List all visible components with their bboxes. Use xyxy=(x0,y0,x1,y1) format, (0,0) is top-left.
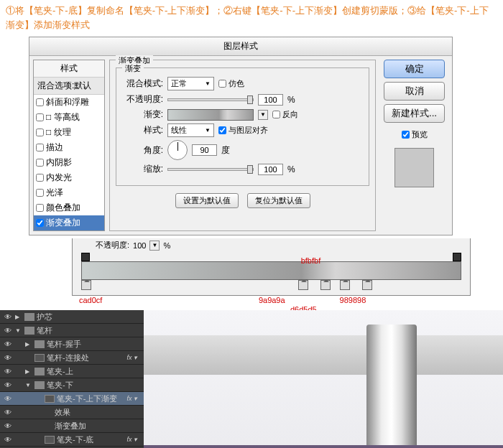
folder-icon xyxy=(24,327,34,335)
layer-row[interactable]: 👁渐变叠加 xyxy=(0,419,144,433)
dialog-buttons: 确定 取消 新建样式... 预览 xyxy=(380,60,448,231)
folder-icon xyxy=(34,381,45,389)
toggle-icon[interactable]: ▶ xyxy=(25,341,32,347)
scale-input[interactable] xyxy=(258,164,283,175)
toggle-icon[interactable]: ▼ xyxy=(25,382,32,388)
layer-row[interactable]: 👁笔杆-连接处fx ▾ xyxy=(0,351,144,365)
style-item[interactable]: 渐变叠加 xyxy=(34,215,104,230)
style-label: 渐变叠加 xyxy=(46,217,80,229)
layer-row[interactable]: 👁▼笔夹-下 xyxy=(0,378,144,392)
visibility-icon[interactable]: 👁 xyxy=(3,395,13,403)
sub-label: 渐变 xyxy=(122,63,144,74)
visibility-icon[interactable]: 👁 xyxy=(3,340,13,348)
pen-clip xyxy=(366,325,417,448)
fx-badge[interactable]: fx ▾ xyxy=(126,395,137,402)
style-checkbox[interactable] xyxy=(36,159,44,167)
layer-row[interactable]: 👁笔夹-下-底fx ▾ xyxy=(0,433,144,447)
scale-slider[interactable] xyxy=(167,168,254,171)
style-label: □ 等高线 xyxy=(46,111,80,123)
style-label: 内发光 xyxy=(46,172,72,184)
visibility-icon[interactable]: 👁 xyxy=(3,368,13,375)
preview-checkbox[interactable] xyxy=(402,131,410,139)
layer-name: 护芯 xyxy=(37,312,52,322)
reset-default-button[interactable]: 复位为默认值 xyxy=(247,193,310,208)
toggle-icon[interactable]: ▼ xyxy=(15,327,22,334)
style-checkbox[interactable] xyxy=(36,144,44,151)
style-label: 描边 xyxy=(46,141,63,154)
blend-mode-select[interactable]: 正常▼ xyxy=(167,77,214,90)
style-checkbox[interactable] xyxy=(36,204,44,212)
style-item[interactable]: 斜面和浮雕 xyxy=(34,95,104,110)
style-label: 斜面和浮雕 xyxy=(46,96,89,108)
style-checkbox[interactable] xyxy=(36,219,44,227)
opacity-input[interactable] xyxy=(258,94,283,106)
pen-shadow xyxy=(144,445,503,448)
layer-row[interactable]: 👁▶护芯 xyxy=(0,310,144,324)
visibility-icon[interactable]: 👁 xyxy=(3,422,13,430)
gradient-dropdown[interactable]: ▼ xyxy=(258,110,268,120)
layer-row[interactable]: 👁▶笔杆-握手 xyxy=(0,337,144,351)
style-checkbox[interactable] xyxy=(36,113,44,121)
fx-badge[interactable]: fx ▾ xyxy=(126,436,137,443)
color-stop[interactable] xyxy=(362,280,372,290)
opacity-dropdown[interactable]: ▼ xyxy=(149,241,160,251)
style-item[interactable]: 颜色叠加 xyxy=(34,200,104,215)
style-checkbox[interactable] xyxy=(36,129,44,136)
layer-name: 笔杆-握手 xyxy=(47,339,81,350)
dialog-title: 图层样式 xyxy=(29,37,452,56)
visibility-icon[interactable]: 👁 xyxy=(3,354,13,362)
opacity-slider[interactable] xyxy=(167,98,254,101)
toggle-icon[interactable]: ▶ xyxy=(25,368,32,375)
style-item[interactable]: 内阴影 xyxy=(34,155,104,170)
angle-wheel[interactable] xyxy=(167,140,188,160)
style-item[interactable]: 内发光 xyxy=(34,170,104,185)
cancel-button[interactable]: 取消 xyxy=(384,82,445,101)
ok-button[interactable]: 确定 xyxy=(384,60,445,78)
layer-name: 笔杆 xyxy=(37,325,52,336)
fx-badge[interactable]: fx ▾ xyxy=(126,354,137,361)
style-item[interactable]: 光泽 xyxy=(34,185,104,200)
style-checkbox[interactable] xyxy=(36,174,44,182)
gradient-preview[interactable] xyxy=(167,109,254,121)
style-label: 内阴影 xyxy=(46,157,72,169)
style-item[interactable]: □ 纹理 xyxy=(34,125,104,140)
color-stop[interactable] xyxy=(320,280,331,290)
layer-row[interactable]: 👁▶笔夹-上 xyxy=(0,365,144,378)
gradient-editor: 不透明度: 100 ▼ % xyxy=(72,238,471,296)
opacity-stop[interactable] xyxy=(81,253,90,261)
style-item[interactable]: 描边 xyxy=(34,140,104,155)
visibility-icon[interactable]: 👁 xyxy=(3,381,13,389)
color-stop[interactable] xyxy=(81,280,91,290)
opacity-stop[interactable] xyxy=(453,253,461,261)
visibility-icon[interactable]: 👁 xyxy=(3,313,13,321)
layer-row[interactable]: 👁效果 xyxy=(0,406,144,419)
color-stop[interactable] xyxy=(340,280,350,290)
style-item[interactable]: □ 等高线 xyxy=(34,110,104,125)
gradient-overlay-panel: 渐变叠加 渐变 混合模式: 正常▼ 仿色 不透明度: % 渐变: ▼ xyxy=(109,60,376,231)
style-checkbox[interactable] xyxy=(36,98,44,106)
layer-name: 笔夹-上 xyxy=(47,366,73,377)
style-checkbox[interactable] xyxy=(36,189,44,197)
percent-label: % xyxy=(287,95,295,105)
toggle-icon[interactable]: ▶ xyxy=(15,314,22,320)
chevron-down-icon: ▼ xyxy=(205,127,211,134)
style-select[interactable]: 线性▼ xyxy=(167,123,214,137)
layer-row[interactable]: 👁笔夹-下-上下渐变fx ▾ xyxy=(0,392,144,406)
color-stop[interactable] xyxy=(298,280,308,290)
visibility-icon[interactable]: 👁 xyxy=(3,409,13,416)
style-label: □ 纹理 xyxy=(46,126,71,139)
new-style-button[interactable]: 新建样式... xyxy=(384,104,445,123)
percent-label: % xyxy=(287,164,295,174)
align-checkbox[interactable] xyxy=(218,126,226,134)
angle-input[interactable] xyxy=(192,144,217,156)
gradient-bar[interactable] xyxy=(81,261,461,280)
visibility-icon[interactable]: 👁 xyxy=(3,327,13,335)
reverse-checkbox[interactable] xyxy=(272,111,280,118)
visibility-icon[interactable]: 👁 xyxy=(3,436,13,444)
make-default-button[interactable]: 设置为默认值 xyxy=(175,193,239,208)
layer-row[interactable]: 👁▼笔杆 xyxy=(0,324,144,337)
canvas-preview: 查字典 教程网 jiaocheng.chazidian.com xyxy=(144,310,503,448)
layer-name: 笔夹-下 xyxy=(47,380,73,391)
dither-checkbox[interactable] xyxy=(218,80,226,88)
blending-options[interactable]: 混合选项:默认 xyxy=(34,78,104,95)
